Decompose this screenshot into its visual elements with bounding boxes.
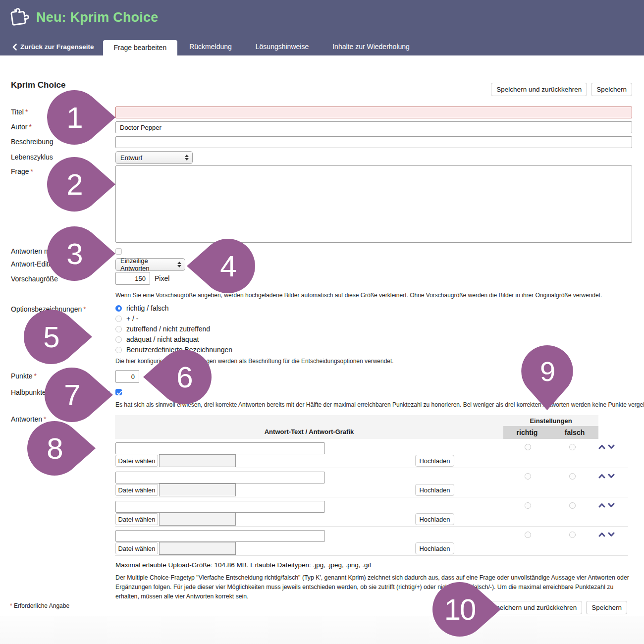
radio-falsch[interactable] bbox=[569, 502, 576, 509]
radio-falsch[interactable] bbox=[569, 444, 576, 450]
callout-marker-5: 5 bbox=[24, 310, 93, 364]
choose-file-button[interactable]: Datei wählen bbox=[115, 513, 158, 525]
radio-richtig[interactable] bbox=[525, 532, 531, 538]
titel-input[interactable] bbox=[115, 107, 632, 118]
vorschaugroesse-label: Vorschaugröße bbox=[11, 274, 58, 283]
titel-label: Titel* bbox=[11, 107, 28, 116]
punkte-label: Punkte* bbox=[11, 372, 37, 380]
move-up-icon[interactable] bbox=[598, 444, 605, 450]
lebenszyklus-select[interactable]: Entwurf bbox=[115, 151, 193, 164]
vorschaugroesse-help: Wenn Sie eine Vorschaugröße angeben, wer… bbox=[115, 291, 602, 300]
answer-row: Datei wählen Hochladen bbox=[115, 497, 628, 527]
reorder-controls bbox=[598, 532, 615, 537]
page-title: Neu: Kprim Choice bbox=[36, 10, 158, 25]
bottom-actions: Speichern und zurückkehren Speichern bbox=[486, 601, 627, 614]
required-asterisk: * bbox=[29, 123, 31, 131]
answer-text-input[interactable] bbox=[115, 501, 325, 513]
save-button-bottom[interactable]: Speichern bbox=[586, 601, 627, 614]
save-and-return-button-top[interactable]: Speichern und zurückkehren bbox=[491, 83, 587, 96]
move-down-icon[interactable] bbox=[608, 444, 615, 450]
chevron-left-icon bbox=[12, 44, 17, 51]
select-stepper-icon bbox=[177, 262, 181, 268]
option-label: adäquat / nicht adäquat bbox=[126, 335, 199, 343]
antworten-label: Antworten* bbox=[11, 415, 47, 424]
file-name-box[interactable] bbox=[159, 542, 236, 555]
callout-number: 4 bbox=[201, 239, 255, 293]
callout-number: 5 bbox=[24, 310, 78, 364]
answer-text-column-header: Antwort-Text / Antwort-Grafik bbox=[115, 415, 503, 439]
upload-button[interactable]: Hochladen bbox=[415, 484, 454, 496]
lebenszyklus-value: Entwurf bbox=[120, 154, 142, 161]
tab-frage-bearbeiten[interactable]: Frage bearbeiten bbox=[103, 40, 178, 55]
upload-button[interactable]: Hochladen bbox=[415, 513, 454, 525]
answer-row: Datei wählen Hochladen bbox=[115, 468, 628, 497]
back-link[interactable]: Zurück zur Fragenseite bbox=[12, 43, 94, 51]
autor-input[interactable] bbox=[115, 121, 632, 133]
radio-falsch[interactable] bbox=[569, 532, 576, 538]
upload-button[interactable]: Hochladen bbox=[415, 542, 454, 554]
reorder-controls bbox=[598, 444, 615, 450]
save-and-return-button-bottom[interactable]: Speichern und zurückkehren bbox=[486, 601, 582, 614]
radio-benutzerdefiniert[interactable] bbox=[115, 347, 122, 353]
answer-text-input[interactable] bbox=[115, 442, 325, 454]
halbpunkte-label: Halbpunktebewertung aktivieren bbox=[11, 388, 110, 397]
lebenszyklus-label: Lebenszyklus bbox=[11, 153, 53, 161]
callout-number: 2 bbox=[47, 157, 102, 212]
upload-button[interactable]: Hochladen bbox=[415, 455, 454, 467]
radio-richtig[interactable] bbox=[525, 473, 531, 480]
vorschaugroesse-input[interactable] bbox=[115, 272, 150, 285]
page: Neu: Kprim Choice Zurück zur Fragenseite… bbox=[0, 0, 644, 644]
move-down-icon[interactable] bbox=[608, 502, 615, 508]
move-down-icon[interactable] bbox=[608, 473, 615, 479]
antworten-mischen-label: Antworten mischen bbox=[11, 247, 110, 256]
back-link-label: Zurück zur Fragenseite bbox=[20, 43, 94, 51]
callout-number: 1 bbox=[47, 90, 102, 145]
halbpunkte-help: Es hat sich als sinnvoll erwiesen, drei … bbox=[115, 400, 644, 410]
option-label: Benutzerdefinierte Bezeichnungen bbox=[126, 346, 232, 354]
upload-note: Maximal erlaubte Upload-Größe: 104.86 MB… bbox=[115, 561, 371, 569]
frage-textarea[interactable] bbox=[115, 165, 632, 243]
radio-richtig[interactable] bbox=[525, 444, 531, 450]
radio-falsch[interactable] bbox=[569, 473, 576, 480]
option-row: adäquat / nicht adäquat bbox=[115, 334, 199, 344]
move-up-icon[interactable] bbox=[598, 502, 605, 508]
option-label: + / - bbox=[126, 315, 139, 322]
required-asterisk: * bbox=[34, 372, 37, 380]
choose-file-button[interactable]: Datei wählen bbox=[115, 455, 158, 467]
punkte-input[interactable] bbox=[115, 370, 139, 383]
choose-file-button[interactable]: Datei wählen bbox=[115, 484, 158, 496]
choose-file-button[interactable]: Datei wählen bbox=[115, 542, 158, 554]
required-asterisk: * bbox=[31, 167, 33, 175]
tab-rueckmeldung[interactable]: Rückmeldung bbox=[177, 43, 244, 51]
frage-label: Frage* bbox=[11, 167, 33, 176]
tab-bar: Zurück zur Fragenseite Frage bearbeiten … bbox=[0, 37, 644, 55]
required-asterisk: * bbox=[44, 415, 46, 423]
answer-text-input[interactable] bbox=[115, 472, 325, 483]
beschreibung-input[interactable] bbox=[115, 136, 632, 148]
answer-text-input[interactable] bbox=[115, 530, 325, 542]
move-up-icon[interactable] bbox=[598, 532, 605, 537]
option-row: + / - bbox=[115, 314, 139, 323]
file-name-box[interactable] bbox=[159, 483, 236, 496]
reorder-controls bbox=[598, 473, 615, 479]
radio-richtig[interactable] bbox=[525, 502, 531, 509]
antworten-mischen-checkbox[interactable] bbox=[115, 248, 122, 255]
move-up-icon[interactable] bbox=[598, 473, 605, 479]
save-button-top[interactable]: Speichern bbox=[591, 83, 632, 96]
radio-adaequat[interactable] bbox=[115, 336, 122, 343]
radio-richtig-falsch[interactable] bbox=[115, 305, 122, 312]
option-label: richtig / falsch bbox=[126, 304, 169, 312]
radio-plus-minus[interactable] bbox=[115, 316, 122, 322]
antwort-editor-select[interactable]: Einzeilige Antworten bbox=[115, 258, 185, 271]
reorder-controls bbox=[598, 502, 615, 508]
file-name-box[interactable] bbox=[159, 454, 236, 467]
radio-zutreffend[interactable] bbox=[115, 326, 122, 332]
tab-inhalte-wiederholung[interactable]: Inhalte zur Wiederholung bbox=[321, 43, 422, 51]
file-name-box[interactable] bbox=[159, 513, 236, 526]
question-type-description: Der Multiple Choice-Fragetyp "Vierfache … bbox=[115, 573, 631, 601]
beschreibung-label: Beschreibung bbox=[11, 137, 54, 146]
tab-loesungshinweise[interactable]: Lösungshinweise bbox=[244, 43, 321, 51]
move-down-icon[interactable] bbox=[608, 532, 615, 537]
callout-marker-1: 1 bbox=[47, 90, 116, 145]
halbpunkte-checkbox[interactable] bbox=[115, 389, 122, 395]
